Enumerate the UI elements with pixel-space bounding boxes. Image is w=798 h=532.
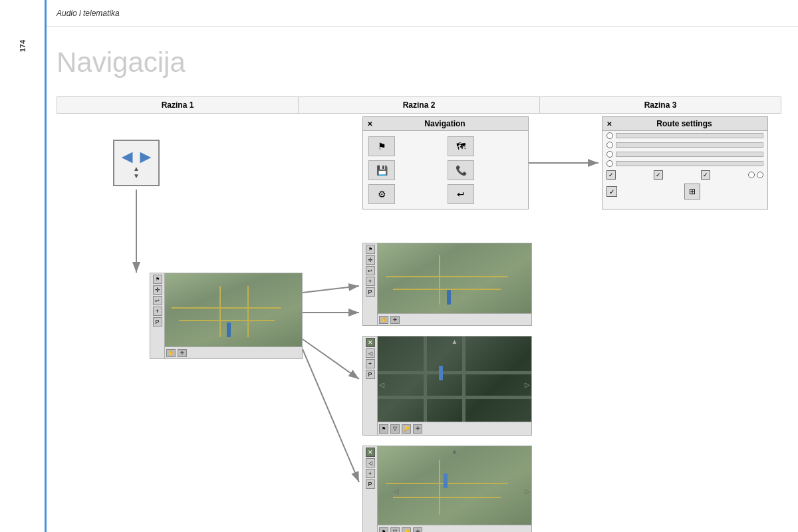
map2d-p[interactable]: P (366, 370, 375, 379)
page-title: Navigacija (57, 47, 186, 78)
r1-bottom-toolbar: ✋ ✛ (165, 346, 302, 358)
compass-icon: ◄► ▲▼ (118, 146, 154, 180)
route-radio-4[interactable] (606, 160, 613, 167)
map2d-bg: ▲ ◁ ▷ (378, 336, 531, 435)
map2d-toolbar: ✕ ◁ + P (363, 336, 378, 435)
route-panel-title: Route settings (612, 119, 757, 128)
r1-toolbar-flag[interactable]: ⚑ (153, 275, 162, 284)
2d-road-h2 (378, 396, 531, 399)
svg-line-4 (303, 286, 359, 293)
r1-toolbar-zoom-out[interactable]: P (153, 317, 162, 327)
persp1-icon-flag[interactable]: ⚑ (366, 245, 375, 254)
compass-box: ◄► ▲▼ (113, 140, 160, 186)
svg-line-5 (303, 339, 359, 379)
p1-pin (447, 290, 451, 305)
persp1-icon-p[interactable]: P (366, 287, 375, 297)
map2d-close[interactable]: ✕ (366, 338, 375, 347)
nav-icon-route[interactable]: 🗺 (448, 136, 474, 156)
route-line-4 (616, 161, 763, 166)
route-radio-3[interactable] (606, 151, 613, 158)
diagram: ◄► ▲▼ ⚑ ✛ ↩ + P (57, 113, 781, 532)
nav-icon-phone[interactable]: 📞 (448, 160, 474, 180)
route-settings-panel: ✕ Route settings ✓ (602, 116, 768, 209)
r1-toolbar-move[interactable]: ✛ (153, 285, 162, 295)
map2d-back[interactable]: ◁ (366, 348, 375, 358)
r1-map-bg (165, 273, 302, 358)
map2d-compass[interactable]: ✛ (413, 424, 422, 434)
persp1-icon-plus[interactable]: + (366, 277, 375, 286)
persp3-toolbar: ✕ ◁ + P (363, 446, 378, 532)
persp3-bottom-flag[interactable]: ⚑ (379, 527, 388, 533)
route-panel-close[interactable]: ✕ (606, 120, 612, 128)
route-row-2 (602, 140, 767, 150)
level1-header: Razina 1 (57, 97, 299, 113)
road-h2 (179, 320, 275, 321)
route-radio-2[interactable] (606, 142, 613, 148)
r1-bottom-hand[interactable]: ✋ (166, 349, 176, 357)
nav-icon-track[interactable]: ↩ (448, 184, 474, 204)
nav-panel-grid: ⚑ 🗺 💾 📞 ⚙ ↩ (363, 131, 528, 209)
persp1-icon-move[interactable]: ✛ (366, 255, 375, 265)
persp3-plus[interactable]: + (366, 469, 375, 478)
r1-bottom-compass[interactable]: ✛ (178, 349, 187, 357)
route-grid-icon[interactable]: ⊞ (684, 184, 700, 200)
route-radio-pair (748, 172, 763, 178)
persp3-bottom-down[interactable]: ▽ (390, 527, 400, 533)
map2d-area: ▲ ◁ ▷ ⚑ ▽ 🔑 ✛ (378, 336, 531, 435)
p3-right: ▷ (525, 487, 530, 495)
persp1-hand[interactable]: ✋ (379, 316, 388, 324)
map2d-bottom-key[interactable]: 🔑 (402, 424, 411, 434)
map-persp-view-1: ⚑ ✛ ↩ + P ✋ ✛ (362, 243, 532, 326)
2d-pin (439, 366, 443, 380)
persp3-back[interactable]: ◁ (366, 458, 375, 467)
p1-road-v1 (439, 255, 440, 305)
route-bottom: ✓ ⊞ (602, 182, 767, 201)
persp3-close[interactable]: ✕ (366, 448, 375, 457)
persp3-bottom-key[interactable]: 🔑 (402, 527, 411, 533)
persp3-map-area: ▲ ◁ ▷ ⚑ ▽ 🔑 ✛ (378, 446, 531, 532)
road-v2 (247, 286, 249, 337)
nav-panel-title: Navigation (372, 119, 517, 128)
route-row-3 (602, 150, 767, 159)
r1-toolbar-zoom-in[interactable]: + (153, 307, 162, 316)
persp1-compass[interactable]: ✛ (390, 316, 400, 324)
2d-left-arrow: ◁ (379, 381, 384, 388)
persp1-icon-back[interactable]: ↩ (366, 266, 375, 275)
map2d-bottom-down[interactable]: ▽ (390, 424, 400, 434)
nav-icon-settings[interactable]: ⚙ (368, 184, 395, 204)
map2d-bottom-icon1[interactable]: ⚑ (379, 424, 388, 434)
route-panel-header: ✕ Route settings (602, 117, 767, 131)
svg-line-6 (303, 349, 359, 482)
left-sidebar: 174 (0, 0, 47, 532)
p3-road-v1 (439, 460, 440, 515)
route-radio-6[interactable] (757, 172, 763, 178)
persp3-bottom: ⚑ ▽ 🔑 ✛ (378, 525, 531, 532)
route-checkboxes: ✓ ✓ ✓ (602, 168, 767, 182)
route-check-2[interactable]: ✓ (654, 170, 663, 180)
p1-road-h1 (386, 276, 509, 277)
2d-road-v2 (462, 336, 466, 435)
page-header: Audio i telematika (47, 0, 798, 27)
route-line-2 (616, 142, 763, 148)
persp3-p[interactable]: P (366, 479, 375, 489)
route-check-3[interactable]: ✓ (701, 170, 710, 180)
route-radio-1[interactable] (606, 132, 613, 139)
nav-panel-close[interactable]: ✕ (367, 120, 372, 128)
nav-icon-save[interactable]: 💾 (368, 160, 395, 180)
p3-pin (444, 473, 448, 488)
route-radio-5[interactable] (748, 172, 755, 178)
r1-toolbar-back[interactable]: ↩ (153, 296, 162, 305)
persp3-bg: ▲ ◁ ▷ (378, 446, 531, 532)
map2d-bottom: ⚑ ▽ 🔑 ✛ (378, 422, 531, 435)
nav-icon-map[interactable]: ⚑ (368, 136, 395, 156)
level3-header: Razina 3 (540, 97, 781, 113)
road-h1 (172, 307, 281, 309)
header-title: Audio i telematika (57, 9, 120, 18)
route-check-large[interactable]: ✓ (606, 186, 617, 197)
map-persp-view-3: ✕ ◁ + P ▲ ◁ ▷ ⚑ ▽ 🔑 (362, 446, 532, 532)
map2d-plus[interactable]: + (366, 359, 375, 368)
levels-table: Razina 1 Razina 2 Razina 3 (57, 96, 781, 114)
route-check-1[interactable]: ✓ (606, 170, 616, 180)
road-v1 (219, 286, 221, 337)
persp3-compass[interactable]: ✛ (413, 527, 422, 533)
